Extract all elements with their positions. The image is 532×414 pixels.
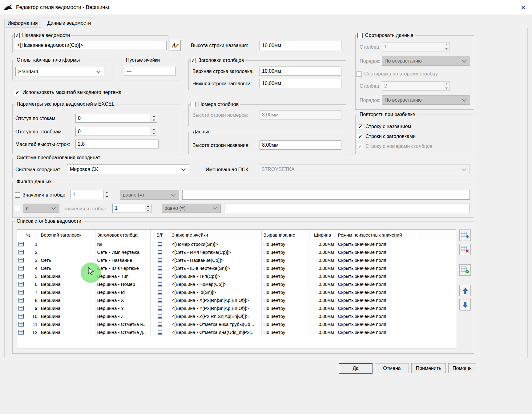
cell-column-header[interactable]: Вершина - Id	[95, 288, 150, 296]
cell-orientation[interactable]	[150, 280, 170, 288]
cell-column-header[interactable]: Сеть - Название	[95, 256, 150, 264]
coordinate-system-select[interactable]: Мировая СК	[67, 164, 189, 174]
cell-value[interactable]: <[Сеть - ID в чертеже(Sn)]>	[170, 264, 261, 272]
cancel-button[interactable]: Отмена	[375, 363, 409, 373]
spinner-buttons[interactable]	[145, 204, 151, 213]
column-headers-checkbox[interactable]: ✓ Заголовки столбцов	[190, 58, 245, 63]
cell-width[interactable]: 0.00мм	[309, 272, 336, 280]
row-height-scale-input[interactable]: 2.8	[75, 140, 159, 148]
cell-value[interactable]: <[Вершина - Отметка дна(Uds_m|P2|...	[170, 328, 261, 336]
spin-down-button[interactable]	[104, 195, 110, 199]
cell-width[interactable]: 0.00мм	[309, 296, 336, 304]
row-header-cell[interactable]: 11	[17, 320, 39, 328]
cell-unknown-mode[interactable]: Скрыть значение поля	[336, 256, 416, 264]
cell-alignment[interactable]: По центру	[261, 304, 309, 312]
cell-top-header[interactable]: Вершина	[39, 304, 95, 312]
spin-up-button[interactable]	[151, 114, 157, 118]
cell-value[interactable]: <[Сеть - Название(Ср)]>	[170, 256, 261, 264]
cell-column-header[interactable]: №	[95, 240, 150, 248]
close-icon[interactable]: ✕	[520, 4, 526, 11]
cell-orientation[interactable]	[150, 288, 170, 296]
row-offset-input[interactable]: 0	[75, 114, 157, 123]
cell-unknown-mode[interactable]: Скрыть значение поля	[336, 264, 416, 272]
cell-value[interactable]: <[Вершина - Y(P2|Rn|Sn|Ap|En|Of)]>	[170, 304, 261, 312]
cell-unknown-mode[interactable]: Скрыть значение поля	[336, 272, 416, 280]
cell-orientation[interactable]	[150, 296, 170, 304]
sort-data-checkbox[interactable]: Сортировать данные	[357, 33, 415, 38]
cell-top-header[interactable]: Вершина	[39, 312, 95, 320]
apply-button[interactable]: Применить	[411, 363, 446, 373]
col-header-number[interactable]: №	[17, 230, 39, 240]
row-header-cell[interactable]: 8	[17, 296, 39, 304]
col-header-unknown-mode[interactable]: Режим неизвестных значений	[336, 230, 416, 240]
cell-top-header[interactable]: Вершина	[39, 328, 95, 336]
row-header-cell[interactable]: 12	[17, 328, 39, 336]
spinner-buttons[interactable]	[151, 127, 157, 136]
cell-width[interactable]: 0.00мм	[309, 280, 336, 288]
row-header-cell[interactable]: 5	[17, 272, 39, 280]
cell-top-header[interactable]: Вершина	[39, 320, 95, 328]
spinner-buttons[interactable]	[103, 190, 110, 199]
move-down-button[interactable]	[459, 299, 471, 310]
tab-report-data[interactable]: Данные ведомости	[41, 18, 97, 28]
tab-information[interactable]: Информация	[4, 19, 41, 28]
cell-value[interactable]: <[Вершина - Тип(Ср)]>	[170, 272, 261, 280]
report-title-checkbox[interactable]: ✓ Название ведомости	[14, 33, 71, 38]
cell-alignment[interactable]: По центру	[261, 288, 309, 296]
spin-up-button[interactable]	[151, 127, 157, 132]
cell-value[interactable]: <[Вершина - X(P2|Rn|Sn|Ap|En|Of)]>	[170, 296, 261, 304]
cell-alignment[interactable]: По центру	[261, 240, 309, 248]
cell-unknown-mode[interactable]: Скрыть значение поля	[336, 240, 416, 248]
report-title-input[interactable]: <[Название ведомости(Ср)]>	[15, 41, 167, 50]
spin-up-button[interactable]	[104, 190, 110, 195]
row-header-cell[interactable]: 7	[17, 288, 39, 296]
spin-down-button[interactable]	[151, 132, 157, 136]
cell-unknown-mode[interactable]: Скрыть значение поля	[336, 320, 416, 328]
cell-unknown-mode[interactable]: Скрыть значение поля	[336, 304, 416, 312]
cell-column-header[interactable]: Вершина - X	[95, 296, 150, 304]
table-row[interactable]: 12ВершинаВершина - Отметка д...<[Вершина…	[17, 328, 456, 336]
data-row-height-input[interactable]: 8.00мм	[260, 140, 341, 150]
cell-unknown-mode[interactable]: Скрыть значение поля	[336, 248, 416, 256]
cell-value[interactable]: <[Вершина - Id(Sn)]>	[170, 288, 261, 296]
cell-value[interactable]: <[Вершина - Z(P2|Rn|Sn|Ap|En|Of)]>	[170, 312, 261, 320]
cell-width[interactable]: 0.00мм	[309, 312, 336, 320]
bottom-header-row-input[interactable]: 10.00мм	[260, 79, 341, 88]
col-header-cell-value[interactable]: Значение ячейки	[170, 230, 261, 240]
cell-column-header[interactable]: Вершина - Y	[95, 304, 150, 312]
table-row[interactable]: 1№<[Номер строки(Sn)]>По центру0.00ммСкр…	[17, 240, 456, 248]
table-row[interactable]: 11ВершинаВершина - Отметка н...<[Вершина…	[17, 320, 456, 328]
col-header-width[interactable]: Ширина	[309, 230, 336, 240]
col-header-top-header[interactable]: Верхний заголовок	[39, 230, 95, 240]
table-row[interactable]: 2Сеть - Имя чертежа<[Сеть - Имя чертежа(…	[17, 248, 456, 256]
filter-value2-input[interactable]	[224, 204, 470, 213]
delete-column-button[interactable]	[459, 244, 471, 255]
cell-orientation[interactable]	[150, 312, 170, 320]
cell-alignment[interactable]: По центру	[261, 296, 309, 304]
platform-style-select[interactable]: Standard	[15, 67, 104, 76]
table-row[interactable]: 9ВершинаВершина - Y<[Вершина - Y(P2|Rn|S…	[17, 304, 456, 312]
col-header-column-header[interactable]: Заголовок столбца	[95, 230, 150, 240]
cell-unknown-mode[interactable]: Скрыть значение поля	[336, 312, 416, 320]
add-column-button[interactable]	[459, 229, 471, 241]
spin-down-button[interactable]	[145, 209, 151, 213]
cell-orientation[interactable]	[150, 320, 170, 328]
cell-orientation[interactable]	[150, 264, 170, 272]
cell-value[interactable]: <[Вершина - Отметка низа трубы(Ud...	[170, 320, 261, 328]
col-offset-input[interactable]: 0	[75, 127, 157, 136]
table-row[interactable]: 10ВершинаВершина - Z<[Вершина - Z(P2|Rn|…	[17, 312, 456, 320]
col-header-alignment[interactable]: Выравнивание	[261, 230, 309, 240]
cell-orientation[interactable]	[150, 272, 170, 280]
cell-orientation[interactable]	[150, 328, 170, 336]
cell-unknown-mode[interactable]: Скрыть значение поля	[336, 296, 416, 304]
cell-alignment[interactable]: По центру	[261, 312, 309, 320]
row-header-cell[interactable]: 6	[17, 280, 39, 288]
cell-alignment[interactable]: По центру	[261, 256, 309, 264]
help-button[interactable]: Помощь	[448, 363, 476, 373]
filter-column1-input[interactable]: 1	[70, 190, 110, 199]
cell-column-header[interactable]: Вершина - Отметка д...	[95, 328, 150, 336]
cell-width[interactable]: 0.00мм	[309, 256, 336, 264]
cell-orientation[interactable]	[150, 304, 170, 312]
table-row[interactable]: 7ВершинаВершина - Id<[Вершина - Id(Sn)]>…	[17, 288, 456, 296]
cell-width[interactable]: 0.00мм	[309, 264, 336, 272]
